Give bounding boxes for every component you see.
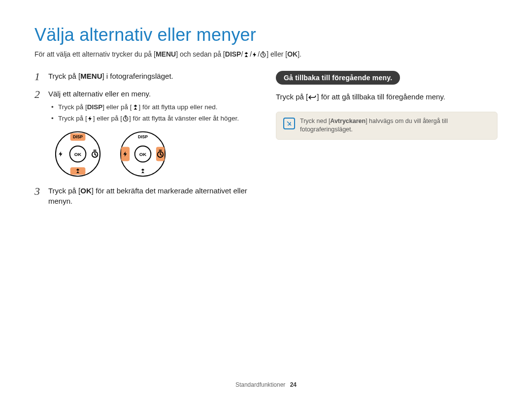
right-column: Gå tillbaka till föregående meny. Tryck … <box>276 71 498 214</box>
b1-a: Tryck på [ <box>58 103 87 111</box>
back-instruction: Tryck på [] för att gå tillbaka till för… <box>276 92 498 103</box>
menu-label: MENU <box>156 50 176 58</box>
footer-page-number: 24 <box>290 381 297 388</box>
timer-icon <box>122 115 129 122</box>
disp-label: DISP <box>87 103 103 111</box>
b2-b: ] eller på [ <box>93 115 122 122</box>
step-2: 2 Välj ett alternativ eller en meny. Try… <box>34 89 256 178</box>
back-heading-pill: Gå tillbaka till föregående meny. <box>276 71 400 85</box>
intro-paragraph: För att välja ett alternativ trycker du … <box>34 50 498 58</box>
intro-text-pre: För att välja ett alternativ trycker du … <box>34 50 156 58</box>
b1-c: ] för att flytta upp eller ned. <box>139 103 218 111</box>
step-number: 2 <box>34 87 40 102</box>
step-1-text-b: ] i fotograferingsläget. <box>102 72 173 80</box>
page-footer: Standardfunktioner 24 <box>0 381 532 388</box>
intro-text-mid1: ] och sedan på [ <box>176 50 225 58</box>
b1-b: ] eller på [ <box>102 103 132 111</box>
ok-label: OK <box>80 186 92 195</box>
back-text-b: ] för att gå tillbaka till föregående me… <box>317 93 445 101</box>
step-3: 3 Tryck på [OK] för att bekräfta det mar… <box>34 185 256 207</box>
timer-icon <box>260 51 266 58</box>
back-text-a: Tryck på [ <box>276 93 308 101</box>
direction-dial-up-down: OK DISP <box>54 130 101 178</box>
back-icon <box>308 94 317 101</box>
svg-text:OK: OK <box>139 151 146 156</box>
step-number: 1 <box>34 69 40 85</box>
step-2-bullet-2: Tryck på [] eller på [] för att flytta å… <box>51 114 256 123</box>
flash-icon <box>252 51 258 58</box>
macro-icon <box>243 51 250 58</box>
disp-label: DISP <box>225 50 241 58</box>
intro-text-post: ]. <box>298 50 301 58</box>
page-title: Välja alternativ eller menyer <box>34 25 498 45</box>
footer-section: Standardfunktioner <box>235 381 285 388</box>
note-box: Tryck ned [Avtryckaren] halvvägs om du v… <box>276 112 498 140</box>
step-1: 1 Tryck på [MENU] i fotograferingsläget. <box>34 71 256 82</box>
svg-text:DISP: DISP <box>138 134 148 139</box>
note-icon <box>283 118 295 129</box>
intro-text-mid2: ] eller [ <box>266 50 287 58</box>
direction-dial-left-right: OK DISP <box>119 130 166 178</box>
macro-icon <box>132 104 139 111</box>
b2-a: Tryck på [ <box>58 115 87 122</box>
menu-label: MENU <box>80 72 102 80</box>
step-2-text: Välj ett alternativ eller en meny. <box>48 90 151 98</box>
flash-icon <box>87 115 93 122</box>
step-number: 3 <box>34 184 40 199</box>
svg-text:OK: OK <box>74 151 81 156</box>
left-column: 1 Tryck på [MENU] i fotograferingsläget.… <box>34 71 256 214</box>
step-1-text-a: Tryck på [ <box>48 72 80 80</box>
step-3-text-a: Tryck på [ <box>48 186 80 195</box>
shutter-label: Avtryckaren <box>330 118 366 124</box>
svg-text:DISP: DISP <box>73 134 83 139</box>
step-2-bullet-1: Tryck på [DISP] eller på [] för att flyt… <box>51 102 256 112</box>
ok-label: OK <box>287 50 298 58</box>
note-text-a: Tryck ned [ <box>300 118 330 124</box>
b2-c: ] för att flytta åt vänster eller åt hög… <box>129 115 239 122</box>
